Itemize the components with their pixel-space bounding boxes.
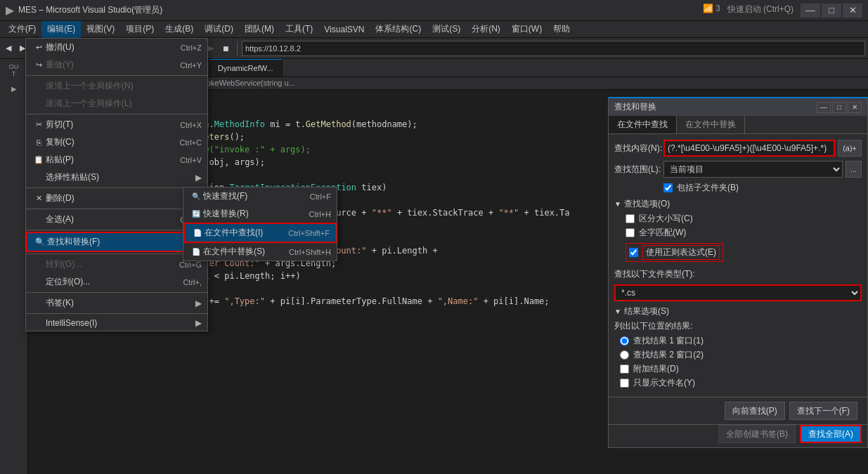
close-button[interactable]: ✕ [843, 4, 862, 18]
menu-debug[interactable]: 调试(D) [199, 21, 239, 38]
dialog-restore[interactable]: □ [832, 102, 846, 113]
regex-checkbox[interactable] [629, 248, 638, 257]
result-window2-radio[interactable] [620, 350, 629, 360]
menu-paste[interactable]: 📋 粘贴(P) Ctrl+V [26, 151, 207, 169]
search-input[interactable] [663, 140, 835, 157]
tab-dynamicref[interactable]: DynamicRefW... [209, 59, 283, 77]
menu-visualsvn[interactable]: VisualSVN [318, 21, 370, 38]
menu-window[interactable]: 窗口(W) [506, 21, 548, 38]
tab-replace-in-files[interactable]: 在文件中替换 [677, 116, 745, 133]
replace-in-files-icon: 📄 [189, 248, 203, 256]
case-sensitive-label[interactable]: 区分大小写(C) [639, 213, 693, 225]
regex-label[interactable]: 使用正则表达式(E) [642, 245, 720, 260]
edit-dropdown: ↩ 撤消(U) Ctrl+Z ↪ 重做(Y) Ctrl+Y 滚清上一个全局操作(… [25, 38, 208, 331]
menu-navigate-to[interactable]: 定位到(O)... Ctrl+, [26, 273, 207, 291]
menu-build[interactable]: 生成(B) [160, 21, 199, 38]
quick-replace-icon: 🔄 [189, 210, 203, 218]
options-label: 查找选项(O) [624, 198, 670, 210]
menu-cut[interactable]: ✂ 剪切(T) Ctrl+X [26, 116, 207, 133]
result-window1-label[interactable]: 查找结果 1 窗口(1) [633, 335, 704, 347]
url-input[interactable] [242, 41, 865, 56]
submenu-replace-in-files[interactable]: 📄 在文件中替换(S) Ctrl+Shift+H [183, 243, 337, 261]
menu-rollback-prev: 滚清上一个全局操作(N) [26, 77, 207, 95]
menu-bookmarks[interactable]: 书签(K) ▶ [26, 294, 207, 312]
menu-find-replace[interactable]: 🔍 查找和替换(F) ▶ [26, 232, 207, 252]
whole-word-label[interactable]: 全字匹配(W) [639, 227, 686, 239]
menu-edit[interactable]: 编辑(E) [41, 21, 81, 38]
results-section-header[interactable]: ▼ 结果选项(S) [614, 305, 862, 317]
menu-team[interactable]: 团队(M) [239, 21, 280, 38]
menu-undo[interactable]: ↩ 撤消(U) Ctrl+Z [26, 39, 207, 56]
menu-delete[interactable]: ✕ 删除(D) Del [26, 190, 207, 207]
search-content-row: 查找内容(N): (a)+ [614, 140, 862, 157]
left-sidebar: OUT ▶ [0, 59, 28, 474]
search-input-wrap: (a)+ [663, 140, 862, 157]
append-result-checkbox[interactable] [620, 364, 629, 374]
filename-only-label[interactable]: 只显示文件名(Y) [633, 377, 695, 389]
minimize-button[interactable]: — [801, 4, 820, 18]
menu-project[interactable]: 项目(P) [120, 21, 160, 38]
include-subfolders-checkbox[interactable] [663, 183, 673, 192]
whole-word-checkbox[interactable] [626, 228, 635, 237]
find-all-button[interactable]: 查找全部(A) [800, 425, 862, 443]
menu-test[interactable]: 测试(S) [427, 21, 466, 38]
menu-arch[interactable]: 体系结构(C) [370, 21, 427, 38]
scope-browse-btn[interactable]: ... [846, 161, 862, 178]
dialog-close[interactable]: ✕ [848, 102, 862, 113]
submenu-quick-find[interactable]: 🔍 快速查找(F) Ctrl+F [183, 187, 337, 205]
append-result-label[interactable]: 附加结果(D) [633, 363, 679, 375]
tab-find-in-files[interactable]: 在文件中查找 [609, 116, 677, 133]
find-body: 查找内容(N): (a)+ 查找范围(L): 当前项目 ... [609, 134, 867, 397]
file-type-select[interactable]: *.cs [614, 284, 862, 301]
options-section-header[interactable]: ▼ 查找选项(O) [614, 198, 862, 210]
file-type-row: 查找以下文件类型(T): [614, 268, 862, 280]
include-subfolders-row: 包括子文件夹(B) [663, 182, 862, 194]
menu-select-all[interactable]: 全选(A) Ctrl+A [26, 211, 207, 228]
case-sensitive-row: 区分大小写(C) [626, 213, 862, 225]
scope-select[interactable]: 当前项目 [663, 161, 843, 178]
file-type-input-wrap: *.cs [614, 284, 862, 301]
undo-icon: ↩ [32, 43, 46, 52]
submenu-quick-replace[interactable]: 🔄 快速替换(R) Ctrl+H [183, 205, 337, 223]
filename-only-row: 只显示文件名(Y) [620, 377, 862, 389]
toolbar-stop[interactable]: ⏹ [219, 43, 233, 54]
menu-help[interactable]: 帮助 [548, 21, 576, 38]
case-sensitive-checkbox[interactable] [626, 214, 635, 223]
menu-selective-paste[interactable]: 选择性粘贴(S) ▶ [26, 169, 207, 186]
toolbar-back[interactable]: ◀ [3, 42, 14, 54]
result-window1-radio[interactable] [620, 336, 629, 345]
find-submenu: 🔍 快速查找(F) Ctrl+F 🔄 快速替换(R) Ctrl+H 📄 在文件中… [183, 187, 337, 261]
find-next-button[interactable]: 查找下一个(F) [789, 402, 857, 420]
delete-icon: ✕ [32, 194, 46, 203]
find-icon: 🔍 [33, 237, 47, 246]
find-in-files-icon: 📄 [190, 229, 205, 237]
whole-word-row: 全字匹配(W) [626, 227, 862, 239]
include-subfolders-label[interactable]: 包括子文件夹(B) [677, 182, 739, 194]
find-tabs: 在文件中查找 在文件中替换 [609, 116, 867, 134]
dialog-minimize[interactable]: — [817, 102, 831, 113]
submenu-find-in-files[interactable]: 📄 在文件中查找(I) Ctrl+Shift+F [183, 223, 337, 243]
search-label: 查找内容(N): [614, 143, 663, 154]
result-window2-label[interactable]: 查找结果 2 窗口(2) [633, 349, 704, 361]
menu-intellisense[interactable]: IntelliSense(I) ▶ [26, 315, 207, 331]
menu-analyze[interactable]: 分析(N) [466, 21, 506, 38]
wifi-icon: 📶 3 [703, 4, 720, 18]
maximize-button[interactable]: □ [822, 4, 841, 18]
find-dialog-footer2: 全部创建书签(B) 查找全部(A) [609, 424, 867, 447]
find-dialog-footer: 向前查找(P) 查找下一个(F) [609, 397, 867, 424]
menu-file[interactable]: 文件(F) [3, 21, 41, 38]
copy-icon: ⎘ [32, 138, 46, 147]
create-bookmarks-button[interactable]: 全部创建书签(B) [718, 425, 796, 443]
menu-rollback-last: 滚清上一个全局操作(L) [26, 95, 207, 112]
dialog-window-controls: — □ ✕ [817, 102, 862, 113]
menu-view[interactable]: 视图(V) [81, 21, 120, 38]
sidebar-solution-explorer[interactable]: OUT [2, 62, 26, 79]
filename-only-checkbox[interactable] [620, 378, 629, 388]
menu-tools[interactable]: 工具(T) [280, 21, 318, 38]
options-collapse-icon: ▼ [614, 200, 621, 208]
menu-goto: 转到(G)... Ctrl+G [26, 256, 207, 273]
menu-copy[interactable]: ⎘ 复制(C) Ctrl+C [26, 133, 207, 151]
sidebar-properties[interactable]: ▶ [2, 80, 26, 97]
search-options-btn[interactable]: (a)+ [838, 140, 862, 157]
find-prev-button[interactable]: 向前查找(P) [725, 402, 785, 420]
